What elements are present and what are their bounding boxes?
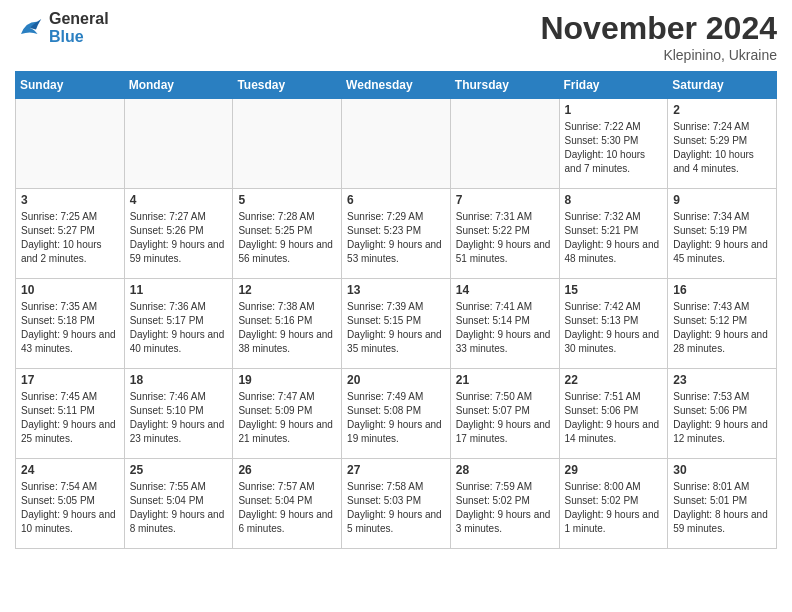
day-info: Sunrise: 8:00 AM Sunset: 5:02 PM Dayligh… [565, 480, 663, 536]
day-cell-w1-d4 [342, 99, 451, 189]
day-info: Sunrise: 7:43 AM Sunset: 5:12 PM Dayligh… [673, 300, 771, 356]
day-number: 4 [130, 193, 228, 207]
day-cell-w5-d2: 25Sunrise: 7:55 AM Sunset: 5:04 PM Dayli… [124, 459, 233, 549]
day-cell-w2-d3: 5Sunrise: 7:28 AM Sunset: 5:25 PM Daylig… [233, 189, 342, 279]
day-cell-w5-d5: 28Sunrise: 7:59 AM Sunset: 5:02 PM Dayli… [450, 459, 559, 549]
day-cell-w5-d7: 30Sunrise: 8:01 AM Sunset: 5:01 PM Dayli… [668, 459, 777, 549]
day-info: Sunrise: 7:36 AM Sunset: 5:17 PM Dayligh… [130, 300, 228, 356]
day-number: 24 [21, 463, 119, 477]
day-cell-w3-d7: 16Sunrise: 7:43 AM Sunset: 5:12 PM Dayli… [668, 279, 777, 369]
day-cell-w3-d3: 12Sunrise: 7:38 AM Sunset: 5:16 PM Dayli… [233, 279, 342, 369]
day-info: Sunrise: 7:51 AM Sunset: 5:06 PM Dayligh… [565, 390, 663, 446]
day-number: 7 [456, 193, 554, 207]
day-cell-w4-d3: 19Sunrise: 7:47 AM Sunset: 5:09 PM Dayli… [233, 369, 342, 459]
day-number: 3 [21, 193, 119, 207]
day-info: Sunrise: 7:45 AM Sunset: 5:11 PM Dayligh… [21, 390, 119, 446]
day-info: Sunrise: 7:41 AM Sunset: 5:14 PM Dayligh… [456, 300, 554, 356]
day-cell-w2-d7: 9Sunrise: 7:34 AM Sunset: 5:19 PM Daylig… [668, 189, 777, 279]
day-info: Sunrise: 7:54 AM Sunset: 5:05 PM Dayligh… [21, 480, 119, 536]
day-info: Sunrise: 7:50 AM Sunset: 5:07 PM Dayligh… [456, 390, 554, 446]
calendar-title: November 2024 [540, 10, 777, 47]
day-cell-w4-d5: 21Sunrise: 7:50 AM Sunset: 5:07 PM Dayli… [450, 369, 559, 459]
day-number: 1 [565, 103, 663, 117]
day-info: Sunrise: 7:22 AM Sunset: 5:30 PM Dayligh… [565, 120, 663, 176]
day-info: Sunrise: 7:38 AM Sunset: 5:16 PM Dayligh… [238, 300, 336, 356]
day-number: 16 [673, 283, 771, 297]
day-cell-w4-d4: 20Sunrise: 7:49 AM Sunset: 5:08 PM Dayli… [342, 369, 451, 459]
week-row-1: 1Sunrise: 7:22 AM Sunset: 5:30 PM Daylig… [16, 99, 777, 189]
logo: General Blue [15, 10, 109, 46]
col-friday: Friday [559, 72, 668, 99]
day-cell-w5-d4: 27Sunrise: 7:58 AM Sunset: 5:03 PM Dayli… [342, 459, 451, 549]
day-cell-w2-d1: 3Sunrise: 7:25 AM Sunset: 5:27 PM Daylig… [16, 189, 125, 279]
day-number: 15 [565, 283, 663, 297]
day-info: Sunrise: 7:35 AM Sunset: 5:18 PM Dayligh… [21, 300, 119, 356]
col-wednesday: Wednesday [342, 72, 451, 99]
day-number: 23 [673, 373, 771, 387]
day-number: 11 [130, 283, 228, 297]
day-info: Sunrise: 7:46 AM Sunset: 5:10 PM Dayligh… [130, 390, 228, 446]
day-cell-w3-d5: 14Sunrise: 7:41 AM Sunset: 5:14 PM Dayli… [450, 279, 559, 369]
day-info: Sunrise: 7:53 AM Sunset: 5:06 PM Dayligh… [673, 390, 771, 446]
day-info: Sunrise: 7:58 AM Sunset: 5:03 PM Dayligh… [347, 480, 445, 536]
day-cell-w1-d1 [16, 99, 125, 189]
day-number: 25 [130, 463, 228, 477]
day-number: 21 [456, 373, 554, 387]
day-info: Sunrise: 7:31 AM Sunset: 5:22 PM Dayligh… [456, 210, 554, 266]
header: General Blue November 2024 Klepinino, Uk… [15, 10, 777, 63]
day-cell-w5-d1: 24Sunrise: 7:54 AM Sunset: 5:05 PM Dayli… [16, 459, 125, 549]
day-cell-w2-d6: 8Sunrise: 7:32 AM Sunset: 5:21 PM Daylig… [559, 189, 668, 279]
day-cell-w2-d4: 6Sunrise: 7:29 AM Sunset: 5:23 PM Daylig… [342, 189, 451, 279]
day-cell-w3-d2: 11Sunrise: 7:36 AM Sunset: 5:17 PM Dayli… [124, 279, 233, 369]
day-number: 10 [21, 283, 119, 297]
day-number: 2 [673, 103, 771, 117]
day-info: Sunrise: 7:32 AM Sunset: 5:21 PM Dayligh… [565, 210, 663, 266]
day-number: 6 [347, 193, 445, 207]
logo-text: General Blue [49, 10, 109, 46]
day-cell-w4-d2: 18Sunrise: 7:46 AM Sunset: 5:10 PM Dayli… [124, 369, 233, 459]
day-info: Sunrise: 7:24 AM Sunset: 5:29 PM Dayligh… [673, 120, 771, 176]
logo-icon [15, 13, 45, 43]
day-info: Sunrise: 7:25 AM Sunset: 5:27 PM Dayligh… [21, 210, 119, 266]
day-info: Sunrise: 8:01 AM Sunset: 5:01 PM Dayligh… [673, 480, 771, 536]
day-info: Sunrise: 7:47 AM Sunset: 5:09 PM Dayligh… [238, 390, 336, 446]
day-info: Sunrise: 7:28 AM Sunset: 5:25 PM Dayligh… [238, 210, 336, 266]
day-number: 29 [565, 463, 663, 477]
day-cell-w2-d5: 7Sunrise: 7:31 AM Sunset: 5:22 PM Daylig… [450, 189, 559, 279]
day-cell-w2-d2: 4Sunrise: 7:27 AM Sunset: 5:26 PM Daylig… [124, 189, 233, 279]
day-number: 13 [347, 283, 445, 297]
day-number: 17 [21, 373, 119, 387]
day-number: 27 [347, 463, 445, 477]
day-number: 20 [347, 373, 445, 387]
day-cell-w4-d1: 17Sunrise: 7:45 AM Sunset: 5:11 PM Dayli… [16, 369, 125, 459]
col-tuesday: Tuesday [233, 72, 342, 99]
day-number: 26 [238, 463, 336, 477]
calendar-subtitle: Klepinino, Ukraine [540, 47, 777, 63]
col-thursday: Thursday [450, 72, 559, 99]
day-cell-w3-d6: 15Sunrise: 7:42 AM Sunset: 5:13 PM Dayli… [559, 279, 668, 369]
day-cell-w1-d6: 1Sunrise: 7:22 AM Sunset: 5:30 PM Daylig… [559, 99, 668, 189]
day-info: Sunrise: 7:57 AM Sunset: 5:04 PM Dayligh… [238, 480, 336, 536]
day-info: Sunrise: 7:49 AM Sunset: 5:08 PM Dayligh… [347, 390, 445, 446]
calendar-header-row: Sunday Monday Tuesday Wednesday Thursday… [16, 72, 777, 99]
week-row-2: 3Sunrise: 7:25 AM Sunset: 5:27 PM Daylig… [16, 189, 777, 279]
day-cell-w5-d3: 26Sunrise: 7:57 AM Sunset: 5:04 PM Dayli… [233, 459, 342, 549]
day-cell-w3-d1: 10Sunrise: 7:35 AM Sunset: 5:18 PM Dayli… [16, 279, 125, 369]
col-sunday: Sunday [16, 72, 125, 99]
day-info: Sunrise: 7:27 AM Sunset: 5:26 PM Dayligh… [130, 210, 228, 266]
day-cell-w5-d6: 29Sunrise: 8:00 AM Sunset: 5:02 PM Dayli… [559, 459, 668, 549]
day-cell-w1-d7: 2Sunrise: 7:24 AM Sunset: 5:29 PM Daylig… [668, 99, 777, 189]
col-saturday: Saturday [668, 72, 777, 99]
day-number: 18 [130, 373, 228, 387]
day-number: 14 [456, 283, 554, 297]
day-number: 12 [238, 283, 336, 297]
week-row-5: 24Sunrise: 7:54 AM Sunset: 5:05 PM Dayli… [16, 459, 777, 549]
calendar-table: Sunday Monday Tuesday Wednesday Thursday… [15, 71, 777, 549]
day-cell-w4-d6: 22Sunrise: 7:51 AM Sunset: 5:06 PM Dayli… [559, 369, 668, 459]
day-info: Sunrise: 7:39 AM Sunset: 5:15 PM Dayligh… [347, 300, 445, 356]
day-info: Sunrise: 7:34 AM Sunset: 5:19 PM Dayligh… [673, 210, 771, 266]
day-number: 5 [238, 193, 336, 207]
day-cell-w1-d5 [450, 99, 559, 189]
day-cell-w4-d7: 23Sunrise: 7:53 AM Sunset: 5:06 PM Dayli… [668, 369, 777, 459]
day-number: 19 [238, 373, 336, 387]
